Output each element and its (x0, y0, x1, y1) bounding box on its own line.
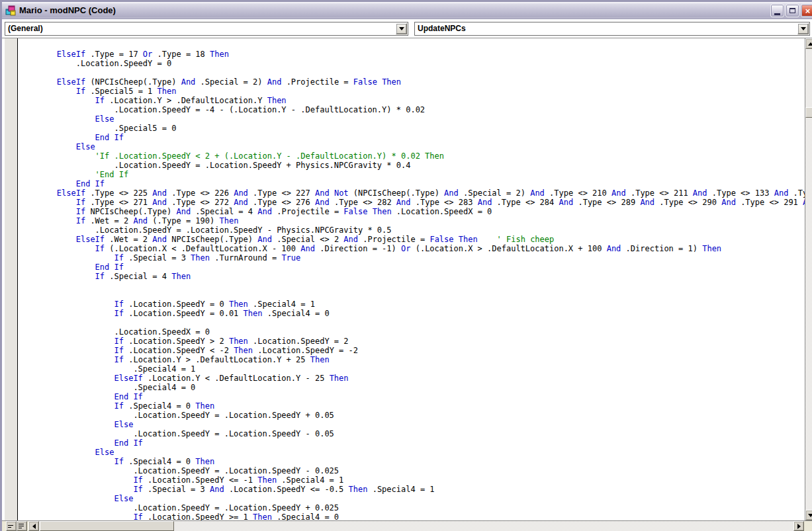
procedure-view-button[interactable] (6, 521, 17, 531)
code-line: ElseIf .Wet = 2 And NPCIsCheep(.Type) An… (19, 235, 805, 244)
object-dropdown-value: (General) (8, 24, 43, 33)
code-line: End If (19, 179, 805, 188)
horizontal-scrollbar-thumb[interactable] (40, 521, 174, 531)
vertical-scrollbar[interactable] (805, 38, 812, 520)
arrow-down-icon (808, 514, 812, 517)
code-line: .Location.SpeedY = .Location.SpeedY + 0.… (19, 411, 805, 420)
code-line: If NPCIsCheep(.Type) And .Special = 4 An… (19, 207, 805, 216)
arrow-left-icon (32, 524, 36, 529)
code-line: If .Location.SpeedY <= -1 Then .Special4… (19, 475, 805, 485)
code-line: .Special4 = 1 (19, 364, 805, 374)
code-line: If .Location.Y > .DefaultLocation.Y Then (19, 96, 805, 105)
vertical-scrollbar-thumb[interactable] (805, 107, 812, 118)
arrow-right-icon (797, 524, 801, 529)
maximize-icon (789, 8, 795, 13)
horizontal-scrollbar-row (2, 520, 812, 531)
object-dropdown-arrow-icon[interactable] (396, 23, 407, 34)
code-line: Else (19, 142, 805, 151)
minimize-button[interactable] (770, 4, 784, 17)
selector-bar: (General) UpdateNPCs (2, 19, 812, 38)
code-line: .Location.SpeedY = .Location.SpeedY - Ph… (19, 225, 805, 235)
code-line: 'If .Location.SpeedY < 2 + (.Location.Y … (19, 151, 805, 161)
window-title: Mario - modNPC (Code) (19, 5, 116, 15)
code-line: .Location.SpeedY = .Location.SpeedY + 0.… (19, 503, 805, 512)
code-line: If .Location.SpeedY > 2 Then .Location.S… (19, 337, 805, 346)
code-line: If .Type <> 271 And .Type <> 272 And .Ty… (19, 198, 805, 207)
scroll-up-button[interactable] (805, 38, 812, 49)
code-line (19, 68, 805, 77)
code-line: .Location.SpeedX = 0 (19, 327, 805, 337)
horizontal-scrollbar-track[interactable] (39, 521, 793, 531)
vb-code-window-icon (5, 5, 16, 16)
code-line: End If (19, 438, 805, 448)
code-line: If .Location.SpeedY >= 1 Then .Special4 … (19, 512, 805, 520)
code-line: .Location.SpeedY = .Location.SpeedY + Ph… (19, 161, 805, 170)
close-button[interactable]: × (801, 4, 812, 17)
code-lines: ElseIf .Type = 17 Or .Type = 18 Then .Lo… (19, 40, 805, 520)
code-line: If .Location.SpeedY = 0 Then .Special4 =… (19, 300, 805, 309)
scroll-right-button[interactable] (793, 521, 804, 531)
code-line: If .Special4 = 0 Then (19, 401, 805, 411)
code-line: .Special4 = 0 (19, 383, 805, 392)
code-line: End If (19, 392, 805, 401)
code-line (19, 290, 805, 300)
maximize-button[interactable] (786, 4, 799, 17)
code-line: Else (19, 494, 805, 503)
code-line: .Location.SpeedY = -4 - (.Location.Y - .… (19, 105, 805, 114)
code-line: End If (19, 133, 805, 142)
code-window: Mario - modNPC (Code) × (General) Update… (0, 0, 812, 531)
code-line: .Location.SpeedY = .Location.SpeedY - 0.… (19, 429, 805, 438)
code-line (19, 281, 805, 290)
code-region: ElseIf .Type = 17 Or .Type = 18 Then .Lo… (2, 38, 812, 520)
code-line: .Special5 = 0 (19, 124, 805, 133)
code-line: If .Special4 = 0 Then (19, 457, 805, 466)
close-icon: × (805, 6, 811, 16)
code-line: If .Special = 3 Then .TurnAround = True (19, 253, 805, 263)
code-line: Else (19, 448, 805, 457)
arrow-up-icon (808, 42, 812, 46)
procedure-dropdown-arrow-icon[interactable] (797, 23, 809, 34)
code-line: If .Special = 4 Then (19, 272, 805, 281)
code-line: If .Special = 3 And .Location.SpeedY <= … (19, 485, 805, 494)
code-line: Else (19, 114, 805, 124)
code-line (19, 40, 805, 50)
code-line: .Location.SpeedY = .Location.SpeedY - 0.… (19, 466, 805, 475)
scroll-down-button[interactable] (805, 510, 812, 520)
scroll-left-button[interactable] (28, 521, 39, 531)
procedure-view-icon (8, 523, 15, 529)
margin-indicator-bar[interactable] (5, 38, 18, 520)
code-line: If .Special5 = 1 Then (19, 87, 805, 96)
minimize-icon (774, 13, 780, 15)
code-line: ElseIf .Location.Y < .DefaultLocation.Y … (19, 374, 805, 383)
code-editor[interactable]: ElseIf .Type = 17 Or .Type = 18 Then .Lo… (19, 38, 805, 520)
code-line: If .Location.SpeedY < -2 Then .Location.… (19, 346, 805, 355)
code-line: If (.Location.X < .DefaultLocation.X - 1… (19, 244, 805, 253)
vertical-scrollbar-track[interactable] (805, 49, 812, 510)
code-line: If .Location.Y > .DefaultLocation.Y + 25… (19, 355, 805, 364)
procedure-dropdown-value: UpdateNPCs (418, 24, 466, 33)
code-line: .Location.SpeedY = 0 (19, 59, 805, 68)
title-bar[interactable]: Mario - modNPC (Code) × (2, 2, 812, 19)
procedure-dropdown[interactable]: UpdateNPCs (414, 22, 810, 36)
object-dropdown[interactable]: (General) (5, 22, 408, 36)
window-controls: × (770, 4, 812, 17)
code-line: ElseIf (NPCIsCheep(.Type) And .Special =… (19, 77, 805, 87)
code-line: If .Location.SpeedY = 0.01 Then .Special… (19, 309, 805, 318)
full-module-view-icon (19, 523, 25, 529)
code-line: If .Wet = 2 And (.Type = 190) Then (19, 216, 805, 225)
full-module-view-button[interactable] (17, 521, 27, 531)
code-line: End If (19, 263, 805, 272)
code-line: ElseIf .Type = 17 Or .Type = 18 Then (19, 50, 805, 59)
code-line (19, 318, 805, 327)
code-line: Else (19, 420, 805, 429)
code-line: 'End If (19, 170, 805, 179)
resize-corner[interactable] (805, 521, 812, 531)
code-line: ElseIf .Type <> 225 And .Type <> 226 And… (19, 188, 805, 198)
